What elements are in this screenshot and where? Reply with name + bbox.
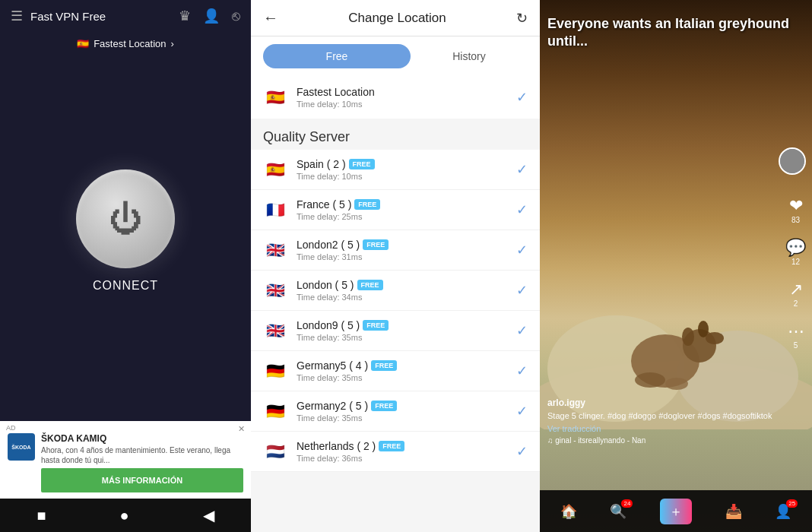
server-check-3: ✓: [516, 282, 528, 299]
tab-free[interactable]: Free: [263, 44, 411, 68]
profile-icon[interactable]: 👤: [203, 8, 220, 24]
server-info-0: Spain ( 2 ) FREE Time delay: 10ms: [297, 158, 507, 181]
svg-point-8: [635, 372, 665, 388]
free-badge-0: FREE: [349, 159, 375, 169]
server-item[interactable]: 🇳🇱 Netherlands ( 2 ) FREE Time delay: 36…: [251, 432, 540, 472]
server-check-6: ✓: [516, 403, 528, 420]
profile-avatar[interactable]: [779, 147, 806, 175]
free-badge-3: FREE: [357, 280, 383, 290]
tiktok-create-button[interactable]: ＋: [660, 499, 692, 524]
tiktok-profile-icon[interactable]: 👤 25: [775, 503, 791, 520]
more-button[interactable]: ⋯ 5: [788, 321, 804, 350]
server-info-7: Netherlands ( 2 ) FREE Time delay: 36ms: [297, 440, 507, 463]
crown-icon[interactable]: ♛: [179, 8, 191, 24]
change-location-panel: ← Change Location ↻ Free History 🇪🇸 Fast…: [251, 0, 540, 532]
fastest-info: Fastest Location Time delay: 10ms: [297, 86, 507, 109]
tiktok-panel: Everyone wants an Italian greyhound unti…: [540, 0, 812, 532]
server-check-5: ✓: [516, 363, 528, 379]
ad-banner: AD ✕ ŠKODA ŠKODA KAMIQ Ahora, con 4 años…: [0, 421, 251, 499]
server-flag-0: 🇪🇸: [263, 157, 287, 182]
comment-button[interactable]: 💬 12: [785, 238, 806, 266]
video-background: Everyone wants an Italian greyhound unti…: [540, 0, 812, 532]
ad-cta-button[interactable]: MÁS INFORMACIÓN: [41, 468, 243, 492]
check-icon: ✓: [516, 89, 528, 106]
server-item[interactable]: 🇩🇪 Germany2 ( 5 ) FREE Time delay: 35ms …: [251, 391, 540, 432]
ad-logo-text: ŠKODA: [11, 445, 30, 450]
server-info-6: Germany2 ( 5 ) FREE Time delay: 35ms: [297, 400, 507, 423]
location-list: 🇪🇸 Fastest Location Time delay: 10ms ✓ Q…: [251, 76, 540, 532]
ad-logo: ŠKODA: [8, 433, 35, 461]
video-scene: Everyone wants an Italian greyhound unti…: [540, 0, 812, 490]
share-icon[interactable]: ⎋: [232, 8, 240, 24]
menu-icon[interactable]: ☰: [11, 8, 23, 24]
server-item[interactable]: 🇪🇸 Spain ( 2 ) FREE Time delay: 10ms ✓: [251, 150, 540, 190]
server-check-2: ✓: [516, 242, 528, 258]
share-button[interactable]: ↗ 2: [789, 280, 803, 308]
connect-button[interactable]: ⏻: [76, 169, 175, 268]
nav-circle-icon[interactable]: ●: [120, 507, 129, 524]
tiktok-inbox-icon[interactable]: 📥: [725, 503, 742, 520]
svg-point-5: [706, 332, 724, 344]
server-check-0: ✓: [516, 161, 528, 178]
server-delay-3: Time delay: 34ms: [297, 293, 507, 302]
translate-link[interactable]: Ver traducción: [547, 424, 782, 433]
server-delay-0: Time delay: 10ms: [297, 172, 507, 181]
server-check-1: ✓: [516, 201, 528, 218]
server-name-3: London ( 5 ): [297, 279, 354, 291]
server-delay-4: Time delay: 35ms: [297, 333, 507, 342]
svg-point-9: [665, 378, 688, 390]
server-delay-1: Time delay: 25ms: [297, 212, 507, 221]
free-badge-4: FREE: [363, 320, 389, 331]
tiktok-bottom-nav: 🏠 🔍 24 ＋ 📥 👤 25: [540, 490, 812, 532]
fastest-name: Fastest Location: [297, 86, 507, 98]
refresh-button[interactable]: ↻: [516, 10, 528, 27]
server-name-2: London2 ( 5 ): [297, 239, 360, 251]
server-item[interactable]: 🇬🇧 London9 ( 5 ) FREE Time delay: 35ms ✓: [251, 311, 540, 351]
server-delay-5: Time delay: 35ms: [297, 373, 507, 382]
server-delay-7: Time delay: 36ms: [297, 454, 507, 463]
server-check-4: ✓: [516, 322, 528, 339]
server-name-5: Germany5 ( 4 ): [297, 359, 368, 372]
server-flag-3: 🇬🇧: [263, 278, 287, 302]
free-badge-5: FREE: [371, 360, 397, 371]
tiktok-home-icon[interactable]: 🏠: [560, 503, 577, 520]
free-badge-6: FREE: [371, 401, 397, 411]
tiktok-discover-icon[interactable]: 🔍 24: [610, 503, 626, 520]
ad-label: AD: [6, 424, 16, 432]
tab-history[interactable]: History: [411, 44, 528, 68]
nav-square-icon[interactable]: ■: [36, 507, 46, 524]
panel-title: Change Location: [286, 11, 509, 26]
server-flag-2: 🇬🇧: [263, 238, 287, 262]
server-info-4: London9 ( 5 ) FREE Time delay: 35ms: [297, 319, 507, 342]
server-item[interactable]: 🇬🇧 London2 ( 5 ) FREE Time delay: 31ms ✓: [251, 230, 540, 271]
connect-area: ⏻ CONNECT: [0, 55, 251, 421]
fastest-delay: Time delay: 10ms: [297, 100, 507, 109]
like-button[interactable]: ❤ 83: [789, 196, 803, 224]
chevron-right-icon: ›: [171, 38, 174, 49]
nav-triangle-icon[interactable]: ◀: [203, 506, 214, 524]
video-sound: ♫ ginal - itsreallynando - Nan: [547, 436, 782, 445]
ad-close-icon[interactable]: ✕: [238, 424, 245, 434]
location-bar[interactable]: 🇪🇸 Fastest Location ›: [0, 32, 251, 55]
location-label: Fastest Location: [94, 38, 166, 49]
fastest-location-item[interactable]: 🇪🇸 Fastest Location Time delay: 10ms ✓: [251, 76, 540, 119]
tab-bar: Free History: [251, 36, 540, 76]
top-bar: ☰ Fast VPN Free ♛ 👤 ⎋: [0, 0, 251, 32]
server-name-0: Spain ( 2 ): [297, 158, 346, 170]
server-check-7: ✓: [516, 443, 528, 460]
connect-label: CONNECT: [93, 279, 158, 293]
back-button[interactable]: ←: [263, 9, 278, 27]
server-item[interactable]: 🇫🇷 France ( 5 ) FREE Time delay: 25ms ✓: [251, 190, 540, 230]
server-item[interactable]: 🇩🇪 Germany5 ( 4 ) FREE Time delay: 35ms …: [251, 351, 540, 391]
top-bar-icons: ♛ 👤 ⎋: [179, 8, 240, 24]
server-delay-2: Time delay: 31ms: [297, 252, 507, 261]
server-info-1: France ( 5 ) FREE Time delay: 25ms: [297, 198, 507, 221]
svg-point-6: [682, 328, 694, 346]
server-name-7: Netherlands ( 2 ): [297, 440, 376, 452]
svg-point-7: [698, 321, 709, 337]
ad-desc: Ahora, con 4 años de mantenimiento. Este…: [41, 445, 243, 465]
server-item[interactable]: 🇬🇧 London ( 5 ) FREE Time delay: 34ms ✓: [251, 271, 540, 311]
free-badge-2: FREE: [363, 239, 389, 250]
server-name-1: France ( 5 ): [297, 198, 351, 211]
server-flag-6: 🇩🇪: [263, 399, 287, 423]
